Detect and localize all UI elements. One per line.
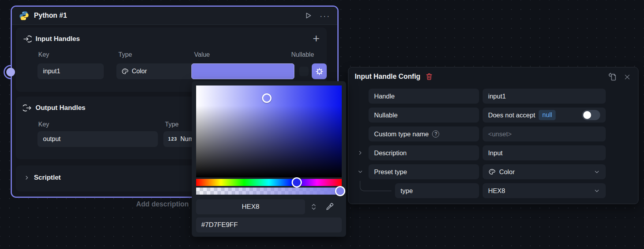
eyedropper-icon[interactable] <box>325 202 335 211</box>
row-description-label: Description <box>369 145 479 160</box>
color-value-swatch[interactable] <box>191 63 294 79</box>
flow-canvas[interactable]: Python #1 ··· Input Handles + Key Type V… <box>0 0 644 249</box>
row-preset-type-label: Preset type <box>369 164 479 179</box>
saturation-area[interactable] <box>196 85 342 177</box>
alpha-gradient <box>196 188 342 195</box>
row-type-label: type <box>395 183 479 198</box>
row-custom-type-value[interactable]: <unset> <box>483 126 606 141</box>
color-format-select[interactable]: HEX8 <box>196 199 305 214</box>
gear-icon <box>315 67 324 76</box>
row-nullable-value: Does not accept null <box>483 108 606 123</box>
scriptlet-title: Scriptlet <box>34 174 61 182</box>
node-menu-button[interactable]: ··· <box>320 7 330 25</box>
python-icon <box>19 11 29 21</box>
output-key-field[interactable] <box>37 131 158 147</box>
delete-handle-icon[interactable] <box>425 72 433 81</box>
input-handles-title: Input Handles <box>36 35 80 43</box>
close-panel-icon[interactable] <box>623 73 631 81</box>
output-handles-header: Output Handles <box>23 104 86 112</box>
add-description-button[interactable]: Add description <box>136 200 189 208</box>
column-type: Type <box>165 121 179 128</box>
duplicate-config-icon[interactable] <box>608 72 618 82</box>
nullable-toggle[interactable] <box>582 110 600 120</box>
run-node-button[interactable] <box>303 11 313 20</box>
row-nullable-label: Nullable <box>369 108 479 123</box>
row-preset-type-select[interactable]: Color <box>483 164 606 179</box>
input-type-select[interactable]: Color <box>116 63 203 79</box>
toggle-knob <box>583 111 591 119</box>
column-key: Key <box>38 121 49 128</box>
palette-icon <box>121 68 129 75</box>
nesting-connector <box>360 181 391 191</box>
hex-value-input[interactable] <box>196 217 342 232</box>
chevron-down-icon <box>593 188 600 194</box>
row-description-value[interactable]: Input <box>483 145 606 160</box>
nullable-checkbox[interactable] <box>299 67 309 76</box>
node-title: Python #1 <box>34 11 67 20</box>
node-header[interactable]: Python #1 ··· <box>12 7 337 25</box>
chevron-down-icon <box>593 169 600 175</box>
saturation-cursor[interactable] <box>262 93 271 103</box>
input-key-field[interactable] <box>37 63 104 79</box>
input-handles-icon <box>23 35 32 43</box>
column-type: Type <box>118 51 132 58</box>
handle-config-button[interactable] <box>312 63 327 79</box>
chevron-right-icon <box>24 175 30 181</box>
custom-type-label-text: Custom type name <box>374 126 429 141</box>
description-expand-icon[interactable] <box>357 150 363 156</box>
row-handle-label: Handle <box>369 89 479 104</box>
row-type-select[interactable]: HEX8 <box>483 183 606 198</box>
column-nullable: Nullable <box>291 51 314 58</box>
alpha-slider[interactable] <box>196 188 342 195</box>
input-type-label: Color <box>132 68 147 75</box>
preset-collapse-icon[interactable] <box>357 169 363 175</box>
column-key: Key <box>38 51 49 58</box>
palette-icon <box>488 168 496 176</box>
hue-cursor[interactable] <box>292 177 302 188</box>
color-picker-popup: HEX8 <box>192 81 346 237</box>
input-connection-handle[interactable] <box>6 68 15 76</box>
row-handle-value[interactable]: input1 <box>483 89 606 104</box>
input-handle-config-panel: Input Handle Config Handle input1 Nullab… <box>348 67 638 204</box>
alpha-cursor[interactable] <box>335 186 345 196</box>
preset-type-value: Color <box>499 164 515 179</box>
number-type-icon: 123 <box>168 136 177 142</box>
input-handles-header: Input Handles <box>23 35 80 43</box>
output-handles-icon <box>23 104 32 112</box>
scriptlet-toggle[interactable]: Scriptlet <box>24 174 61 182</box>
panel-title-row: Input Handle Config <box>355 72 433 81</box>
output-handles-title: Output Handles <box>36 104 86 112</box>
help-icon[interactable]: ? <box>432 130 439 138</box>
row-custom-type-label: Custom type name ? <box>369 126 479 141</box>
nullable-text: Does not accept <box>488 108 535 123</box>
type-value: HEX8 <box>488 183 505 198</box>
add-input-handle-button[interactable]: + <box>313 31 320 46</box>
hue-slider[interactable] <box>196 179 342 186</box>
format-stepper-icon[interactable] <box>309 202 318 212</box>
null-code-badge: null <box>539 110 556 120</box>
column-value: Value <box>194 51 210 58</box>
panel-title: Input Handle Config <box>355 72 420 81</box>
